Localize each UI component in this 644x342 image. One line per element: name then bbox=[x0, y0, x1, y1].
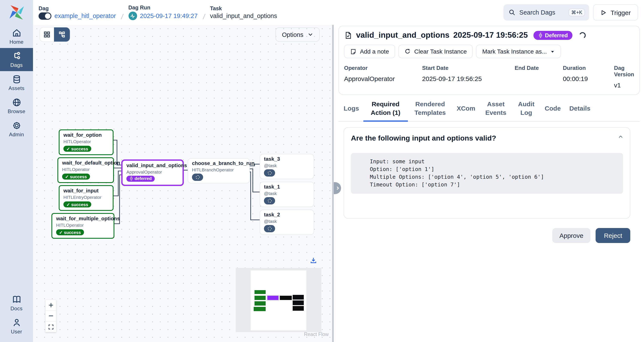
user-icon bbox=[12, 318, 21, 327]
breadcrumb-separator: / bbox=[120, 12, 124, 25]
minimap-node bbox=[280, 296, 292, 300]
sidebar-item-label: Docs bbox=[10, 305, 22, 311]
task-doc-icon bbox=[344, 31, 352, 39]
task-node-wait-for-input[interactable]: wait_for_input HITLEntryOperator ✓ succe… bbox=[59, 185, 114, 211]
add-note-button[interactable]: Add a note bbox=[344, 44, 395, 58]
plus-icon bbox=[48, 302, 54, 308]
airflow-logo[interactable] bbox=[0, 0, 33, 25]
node-operator: @task bbox=[264, 163, 310, 168]
search-dags-box[interactable]: Search Dags ⌘+K bbox=[504, 4, 589, 20]
status-badge: ✓ success bbox=[56, 229, 84, 235]
tab-required-action[interactable]: Required Action (1) bbox=[363, 96, 408, 122]
sidebar-item-home[interactable]: Home bbox=[0, 25, 33, 48]
sidebar-item-label: Dags bbox=[10, 62, 23, 68]
collapse-card-button[interactable] bbox=[618, 134, 624, 142]
graph-view-button[interactable] bbox=[54, 28, 70, 42]
node-title: task_2 bbox=[264, 212, 310, 218]
task-meta-row: Operator ApprovalOperator Start Date 202… bbox=[344, 65, 634, 89]
grid-view-button[interactable] bbox=[40, 28, 54, 42]
state-badge-deferred: Deferred bbox=[534, 31, 573, 40]
search-shortcut-kbd: ⌘+K bbox=[568, 8, 585, 16]
task-instance-title: valid_input_and_options bbox=[356, 30, 450, 40]
dag-run-link[interactable]: 2025-09-17 19:49:27 bbox=[140, 12, 198, 19]
dag-version-value: v1 bbox=[614, 82, 634, 89]
status-badge: ✓ success bbox=[64, 146, 91, 152]
graph-view-icon bbox=[58, 31, 66, 38]
required-action-buttons: Approve Reject bbox=[338, 228, 630, 243]
minimap-node bbox=[293, 295, 304, 300]
sidebar-item-label: Admin bbox=[9, 131, 24, 137]
panel-divider[interactable] bbox=[332, 25, 334, 342]
minimap-node bbox=[293, 300, 304, 305]
node-title: choose_a_branch_to_run bbox=[192, 160, 246, 167]
no-status-chip bbox=[192, 173, 203, 181]
node-operator: HITLOperator bbox=[56, 222, 110, 228]
reject-button[interactable]: Reject bbox=[596, 228, 630, 243]
node-title: wait_for_option bbox=[64, 132, 109, 138]
node-title: wait_for_multiple_options bbox=[56, 216, 110, 222]
task-node-choose-a-branch-to-run[interactable]: choose_a_branch_to_run HITLBranchOperato… bbox=[188, 158, 250, 183]
approve-button[interactable]: Approve bbox=[552, 228, 591, 243]
sidebar-item-browse[interactable]: Browse bbox=[0, 94, 33, 118]
loading-spinner bbox=[579, 32, 586, 39]
required-action-card: Are the following input and options vali… bbox=[344, 127, 630, 218]
sidebar-item-user[interactable]: User bbox=[0, 314, 33, 338]
view-toggle bbox=[40, 28, 70, 42]
tab-code[interactable]: Code bbox=[540, 96, 565, 122]
search-placeholder: Search Dags bbox=[519, 9, 565, 16]
node-title: task_1 bbox=[264, 184, 310, 190]
tab-logs[interactable]: Logs bbox=[339, 96, 363, 122]
dag-pause-toggle[interactable] bbox=[38, 12, 52, 20]
zoom-out-button[interactable] bbox=[46, 311, 56, 322]
sidebar-item-assets[interactable]: Assets bbox=[0, 71, 33, 94]
fit-view-button[interactable] bbox=[46, 322, 56, 332]
sidebar-item-admin[interactable]: Admin bbox=[0, 118, 33, 140]
clear-task-label: Clear Task Instance bbox=[414, 48, 466, 55]
trigger-button[interactable]: Trigger bbox=[593, 4, 638, 20]
task-instance-panel: valid_input_and_options 2025-09-17 19:56… bbox=[334, 25, 644, 342]
sidebar-item-docs[interactable]: Docs bbox=[0, 292, 33, 314]
admin-gear-icon bbox=[12, 121, 21, 130]
required-action-details-block: Input: some input Option: ['option 1'] M… bbox=[351, 153, 623, 194]
node-operator: HITLBranchOperator bbox=[192, 167, 246, 172]
mark-task-instance-as-button[interactable]: Mark Task Instance as... bbox=[476, 44, 561, 58]
clear-task-instance-button[interactable]: Clear Task Instance bbox=[398, 44, 472, 58]
mark-as-label: Mark Task Instance as... bbox=[482, 48, 547, 55]
task-node-task-1[interactable]: task_1 @task bbox=[260, 182, 314, 207]
meta-duration: Duration 00:00:19 bbox=[563, 65, 614, 89]
refresh-icon bbox=[404, 48, 411, 55]
graph-options-button[interactable]: Options bbox=[276, 28, 320, 42]
task-node-wait-for-option[interactable]: wait_for_option HITLOperator ✓ success bbox=[59, 130, 114, 155]
task-value: valid_input_and_options bbox=[210, 12, 277, 19]
dag-run-label: Dag Run bbox=[128, 5, 198, 11]
breadcrumb-task: Task valid_input_and_options bbox=[210, 6, 277, 19]
task-node-task-2[interactable]: task_2 @task bbox=[260, 210, 314, 235]
task-instance-timestamp: 2025-09-17 19:56:25 bbox=[453, 30, 528, 40]
task-node-wait-for-default-option[interactable]: wait_for_default_option HITLOperator ✓ s… bbox=[58, 157, 114, 183]
chevron-down-icon bbox=[308, 32, 313, 37]
tab-asset-events[interactable]: Asset Events bbox=[480, 96, 512, 122]
task-node-valid-input-and-options[interactable]: valid_input_and_options ApprovalOperator… bbox=[121, 160, 184, 186]
task-node-task-3[interactable]: task_3 @task bbox=[260, 154, 314, 179]
minus-icon bbox=[48, 313, 54, 319]
tab-details[interactable]: Details bbox=[565, 96, 594, 122]
task-node-wait-for-multiple-options[interactable]: wait_for_multiple_options HITLOperator ✓… bbox=[52, 213, 114, 238]
airflow-pinwheel-icon bbox=[8, 4, 25, 21]
tab-audit-log[interactable]: Audit Log bbox=[512, 96, 540, 122]
dag-link[interactable]: example_hitl_operator bbox=[54, 12, 116, 19]
tab-rendered-templates[interactable]: Rendered Templates bbox=[408, 96, 452, 122]
breadcrumb-separator: / bbox=[202, 12, 206, 25]
main-area: Dag example_hitl_operator / Dag Run 2025… bbox=[33, 0, 644, 342]
assets-icon bbox=[12, 74, 21, 84]
zoom-in-button[interactable] bbox=[46, 300, 56, 311]
tab-xcom[interactable]: XCom bbox=[452, 96, 480, 122]
react-flow-attribution: React Flow bbox=[290, 332, 329, 337]
status-badge: deferred bbox=[126, 176, 155, 182]
dag-run-state-icon bbox=[128, 12, 137, 20]
task-label: Task bbox=[210, 6, 277, 12]
dags-icon bbox=[12, 51, 22, 61]
graph-minimap[interactable] bbox=[236, 268, 321, 332]
fit-view-icon bbox=[48, 324, 54, 330]
download-graph-button[interactable] bbox=[310, 257, 317, 266]
sidebar-item-dags[interactable]: Dags bbox=[0, 48, 33, 71]
